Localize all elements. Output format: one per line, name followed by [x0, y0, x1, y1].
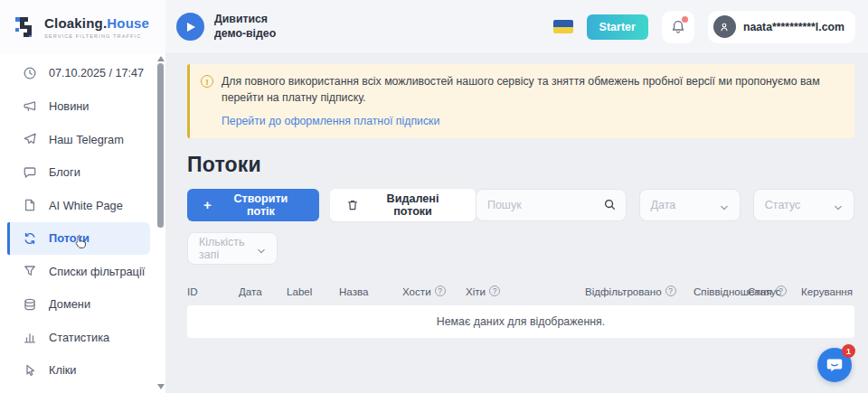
empty-state-text: Немає даних для відображення.	[437, 315, 606, 328]
sidebar-item-domains[interactable]: Домени	[0, 288, 165, 322]
demo-video-label: Дивитися демо-відео	[214, 13, 292, 42]
sidebar-item-label: Наш Telegram	[49, 133, 124, 146]
sidebar-datetime: 07.10.2025 / 17:47	[0, 57, 165, 90]
app-root: Cloaking.House SERVICE FILTERING TRAFFIC…	[0, 0, 868, 393]
column-label[interactable]: Label	[287, 285, 339, 297]
deleted-streams-button[interactable]: Видалені потоки	[330, 189, 476, 221]
column-label: Хости	[402, 285, 431, 297]
column-label: Хіти	[466, 285, 486, 297]
sidebar-item-filter-lists[interactable]: Списки фільтрації	[0, 255, 165, 288]
sidebar-item-clicks[interactable]: Кліки	[0, 354, 165, 388]
sidebar-item-blogs[interactable]: Блоги	[0, 156, 165, 190]
chevron-down-icon	[720, 201, 729, 209]
scrollbar-down-arrow[interactable]	[157, 384, 165, 389]
chevron-down-icon	[257, 245, 266, 252]
banner-text: Для повного використання всіх можливосте…	[222, 74, 836, 107]
column-label: ID	[187, 285, 198, 297]
notifications-button[interactable]	[662, 11, 694, 43]
sidebar-item-label: AI White Page	[49, 199, 123, 212]
column-hits[interactable]: Хіти ?	[466, 285, 585, 297]
column-label: Дата	[239, 285, 262, 297]
brand-title: Cloaking.House	[44, 15, 149, 31]
sidebar-items: Новини Наш Telegram Блоги AI Whi	[0, 90, 165, 388]
sidebar-item-telegram[interactable]: Наш Telegram	[0, 123, 165, 156]
demo-video-button[interactable]: Дивитися демо-відео	[176, 13, 292, 42]
create-stream-button[interactable]: + Створити потік	[187, 189, 319, 221]
search-input[interactable]	[487, 199, 603, 211]
date-filter[interactable]: Дата	[639, 189, 741, 221]
scrollbar-up-arrow[interactable]	[157, 56, 165, 61]
streams-icon	[23, 231, 37, 246]
main-panel: ! Для повного використання всіх можливос…	[165, 54, 868, 393]
sidebar-datetime-label: 07.10.2025 / 17:47	[49, 67, 144, 80]
column-id[interactable]: ID	[187, 285, 239, 297]
sidebar: Cloaking.House SERVICE FILTERING TRAFFIC…	[0, 0, 165, 393]
column-ratio[interactable]: Співвідношення ?	[693, 285, 748, 297]
per-page-filter[interactable]: Кількість запі	[187, 232, 278, 265]
user-account-button[interactable]: naata**********l.com	[708, 11, 855, 43]
scrollbar-thumb[interactable]	[157, 63, 164, 228]
column-label: Керування	[801, 285, 853, 297]
sidebar-item-label: Блоги	[49, 165, 80, 179]
column-label: Відфільтровано	[585, 285, 662, 297]
chevron-down-icon	[834, 201, 843, 209]
column-hosts[interactable]: Хости ?	[402, 285, 466, 297]
empty-state: Немає даних для відображення.	[187, 305, 854, 338]
column-status[interactable]: Статус	[748, 285, 801, 297]
trial-banner: ! Для повного використання всіх можливос…	[187, 64, 854, 138]
sidebar-item-label: Списки фільтрації	[49, 265, 145, 278]
column-label: Label	[287, 285, 312, 297]
search-icon[interactable]	[603, 198, 617, 211]
logo-icon	[13, 14, 36, 41]
clock-icon	[23, 66, 37, 80]
logo[interactable]: Cloaking.House SERVICE FILTERING TRAFFIC	[0, 0, 165, 54]
chat-icon	[23, 165, 37, 180]
plan-badge[interactable]: Starter	[587, 14, 648, 40]
page-title: Потоки	[187, 153, 854, 177]
column-date[interactable]: Дата	[239, 285, 287, 297]
topbar: Дивитися демо-відео Starter naata*******…	[165, 0, 868, 54]
sidebar-item-label: Домени	[49, 297, 90, 311]
warning-icon: !	[201, 75, 213, 88]
column-label: Статус	[748, 285, 781, 297]
help-icon[interactable]: ?	[665, 285, 676, 296]
chat-bubble-icon	[825, 355, 844, 375]
content-area: Дивитися демо-відео Starter naata*******…	[165, 0, 868, 393]
sidebar-item-label: Кліки	[49, 363, 77, 377]
domains-icon	[23, 297, 37, 312]
plus-icon: +	[203, 198, 212, 211]
subscribe-link[interactable]: Перейти до оформлення платної підписки	[222, 115, 842, 127]
chat-widget-button[interactable]: 1	[817, 348, 852, 382]
trash-icon	[346, 199, 359, 211]
column-name[interactable]: Назва	[339, 285, 402, 297]
megaphone-icon	[23, 99, 37, 114]
notification-dot	[682, 16, 688, 23]
sidebar-scrollbar[interactable]	[156, 54, 164, 393]
column-filtered[interactable]: Відфільтровано ?	[585, 285, 693, 297]
sidebar-item-statistics[interactable]: Статистика	[0, 321, 165, 354]
help-icon[interactable]: ?	[435, 285, 446, 296]
column-manage[interactable]: Керування	[801, 285, 853, 297]
sidebar-item-streams[interactable]: Потоки	[7, 222, 150, 256]
document-icon	[23, 198, 37, 212]
avatar	[713, 15, 736, 38]
sidebar-item-ai-white-page[interactable]: AI White Page	[0, 189, 165, 222]
sidebar-nav: 07.10.2025 / 17:47 Новини Наш Telegram	[0, 54, 165, 387]
funnel-icon	[23, 264, 37, 278]
help-icon[interactable]: ?	[489, 285, 500, 296]
clicks-icon	[23, 363, 37, 378]
sidebar-item-label: Новини	[49, 99, 90, 113]
telegram-icon	[23, 132, 37, 146]
user-email: naata**********l.com	[743, 21, 844, 33]
stats-icon	[23, 330, 37, 344]
table-header: ID Дата Label Назва	[187, 285, 854, 297]
column-label: Назва	[339, 285, 368, 297]
sidebar-item-label: Статистика	[49, 331, 109, 344]
sidebar-item-label: Потоки	[49, 231, 90, 245]
toolbar: + Створити потік Видалені потоки	[187, 189, 854, 221]
search-box	[476, 189, 627, 221]
sidebar-item-news[interactable]: Новини	[0, 90, 165, 124]
language-flag-icon[interactable]	[553, 20, 573, 33]
brand-tagline: SERVICE FILTERING TRAFFIC	[44, 33, 149, 39]
status-filter[interactable]: Статус	[753, 189, 854, 221]
